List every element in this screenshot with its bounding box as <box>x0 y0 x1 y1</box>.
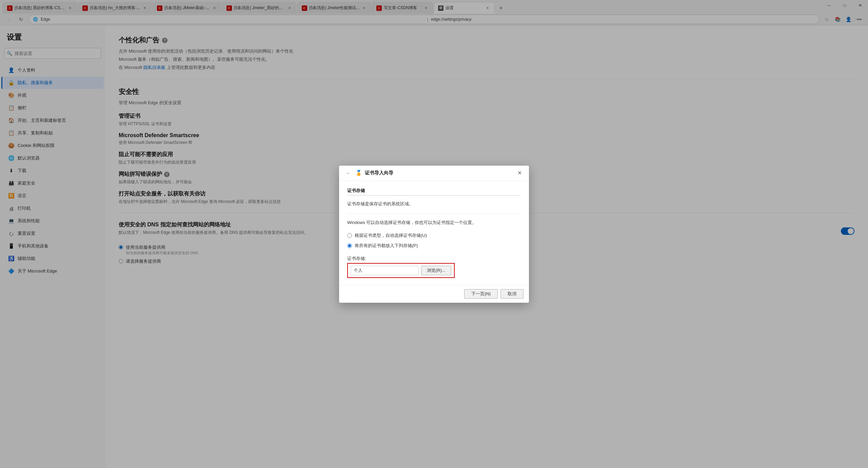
modal-title: 证书导入向导 <box>365 170 513 176</box>
modal-header-icon: 🏅 <box>355 170 362 176</box>
modal-cancel-button[interactable]: 取消 <box>500 289 524 299</box>
cert-store-highlight: 浏览(R)... <box>347 263 455 278</box>
modal-radio-manual-label: 将所有的证书都放入下列存储(P) <box>355 243 418 249</box>
modal-next-button[interactable]: 下一页(N) <box>464 289 498 299</box>
modal-radio-auto-label: 根据证书类型，自动选择证书存储(U) <box>355 232 427 239</box>
modal-overlay: ← 🏅 证书导入向导 ✕ 证书存储 证书存储是保存证书的系统区域。 Window… <box>0 0 868 468</box>
modal-body: 证书存储 证书存储是保存证书的系统区域。 Windows 可以自动选择证书存储，… <box>339 181 529 285</box>
modal-radio-manual[interactable] <box>347 243 352 248</box>
cert-import-modal: ← 🏅 证书导入向导 ✕ 证书存储 证书存储是保存证书的系统区域。 Window… <box>339 166 529 303</box>
modal-radio-group: 根据证书类型，自动选择证书存储(U) 将所有的证书都放入下列存储(P) <box>347 232 521 249</box>
modal-body-divider <box>347 214 521 214</box>
modal-section-desc: 证书存储是保存证书的系统区域。 <box>347 201 521 207</box>
modal-section-title: 证书存储 <box>347 188 521 194</box>
modal-close-button[interactable]: ✕ <box>515 169 524 177</box>
modal-main-desc: Windows 可以自动选择证书存储，你也可以为证书指定一个位置。 <box>347 220 521 226</box>
modal-section-divider <box>347 195 521 195</box>
modal-radio-manual-row: 将所有的证书都放入下列存储(P) <box>347 243 521 249</box>
modal-footer: 下一页(N) 取消 <box>339 285 529 303</box>
modal-header: ← 🏅 证书导入向导 ✕ <box>339 166 529 181</box>
cert-store-browse-button[interactable]: 浏览(R)... <box>421 266 451 275</box>
cert-store-section: 证书存储: 浏览(R)... <box>347 256 521 278</box>
cert-store-label: 证书存储: <box>347 256 521 262</box>
modal-radio-auto-row: 根据证书类型，自动选择证书存储(U) <box>347 232 521 239</box>
cert-store-input[interactable] <box>351 266 418 275</box>
modal-radio-auto[interactable] <box>347 233 352 238</box>
modal-back-button[interactable]: ← <box>344 169 353 177</box>
